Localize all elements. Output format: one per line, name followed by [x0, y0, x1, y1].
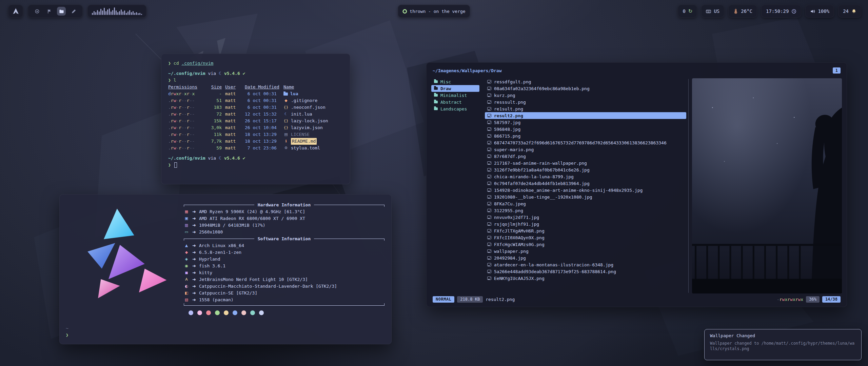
music-disc-icon	[402, 9, 407, 14]
fetch-info-line: ◧➜Catppuccin-SE [GTK2/3]	[184, 289, 384, 296]
crystal-logo	[66, 200, 175, 315]
palette-dot	[233, 310, 237, 315]
file-list-item[interactable]: 5a266e448add93deab367d87173e9f25-6837886…	[485, 268, 686, 275]
sidebar-folder-minimalist[interactable]: Minimalist	[431, 92, 479, 99]
tab-badge[interactable]: 1	[833, 67, 841, 74]
file-name-text: super-mario.png	[494, 147, 534, 152]
file-list-item[interactable]: nnvuv0xj2df71.jpg	[485, 214, 686, 221]
file-user: matt	[225, 118, 241, 124]
clock-module[interactable]: 17:50:29	[761, 5, 801, 18]
file-user: matt	[225, 138, 241, 145]
file-list-item[interactable]: kurz.png	[485, 92, 686, 99]
visualizer-bar	[111, 12, 112, 15]
file-list-item[interactable]: 866715.png	[485, 133, 686, 139]
workspace-files-icon[interactable]	[57, 7, 66, 16]
temperature-module[interactable]: 26°C	[728, 5, 757, 18]
file-size: -	[207, 90, 222, 97]
terminal-command-line: ❯cd.config/nvim	[168, 60, 343, 67]
sidebar-folder-landscapes[interactable]: Landscapes	[431, 105, 479, 112]
header-permissions: Permissions	[168, 84, 203, 90]
file-manager-body: MiscDrawMinimalistAbstractLandscapes res…	[431, 77, 842, 293]
file-list-item[interactable]: FXfcJlTXgAMvH6R.png	[485, 227, 686, 234]
file-list-item[interactable]: 0c794faf07de24a4db4d4fb1eb813964.jpg	[485, 180, 686, 187]
file-list-item[interactable]: 587597.jpg	[485, 119, 686, 126]
notification-popup[interactable]: Wallpaper Changed Wallpaper changed to /…	[704, 329, 862, 360]
file-list-item[interactable]: 596848.jpg	[485, 126, 686, 133]
palette-dot	[197, 310, 202, 315]
palette-dot	[241, 310, 246, 315]
prompt-via-label: via	[208, 70, 216, 77]
file-list-item[interactable]: FXfcHgcWIAMzs0G.png	[485, 241, 686, 248]
file-list-item[interactable]: super-mario.png	[485, 146, 686, 153]
volume-module[interactable]: 100%	[805, 5, 834, 18]
file-name-text: 8FKa7Cu.jpeg	[494, 201, 526, 206]
file-list-item[interactable]: chica-mirando-la-luna-8799.jpg	[485, 173, 686, 180]
file-list: ressdfgult.png08a634fa02a32364f69ebc86a9…	[479, 78, 688, 293]
workspace-flag-icon[interactable]	[45, 7, 54, 16]
breadcrumb-path[interactable]: ~/Imagenes/Wallpapers/Draw	[433, 68, 502, 73]
file-list-item[interactable]: 19201080-__blue-tinge__-1920x1080.jpg	[485, 194, 686, 200]
file-list-item[interactable]: wallpaper.png	[485, 248, 686, 255]
image-file-icon	[487, 161, 491, 165]
file-permissions: .rw-r--r--	[168, 131, 203, 138]
updates-module[interactable]: 0 ↻	[678, 5, 697, 18]
updates-count: 0	[683, 8, 685, 14]
visualizer-bar	[100, 9, 101, 15]
visualizer-bar	[104, 8, 105, 15]
arrow-icon: ➜	[192, 216, 196, 221]
notifications-module[interactable]: 24	[838, 5, 861, 18]
file-list-item[interactable]: 154928-odinokoe_anime-art-anime-okno-sin…	[485, 187, 686, 194]
visualizer-bar	[131, 12, 132, 15]
file-name-text: re1sult.png	[494, 106, 523, 111]
prompt-path: ~/.config/nvim	[168, 155, 205, 162]
file-list-item[interactable]: FXfcII0X0AQyn9X.png	[485, 234, 686, 241]
theme-icon: ◐	[184, 284, 189, 288]
file-name-text: lazyvim.json	[291, 124, 323, 131]
file-size: 59	[207, 145, 222, 151]
media-module[interactable]: thrown - on the verge	[398, 5, 470, 18]
file-date: 7 oct 23:06	[245, 145, 280, 151]
file-list-item[interactable]: 87r687df.png	[485, 153, 686, 160]
file-name-text: .neoconf.json	[291, 104, 326, 111]
launcher-button[interactable]	[8, 5, 23, 18]
image-file-icon	[487, 141, 491, 144]
file-date: 6 oct 00:31	[245, 104, 280, 111]
kernel-icon: ◆	[184, 250, 189, 255]
header-date: Date Modified	[245, 84, 280, 90]
file-list-item[interactable]: EeNKYgIUcAAJ5JX.png	[485, 275, 686, 282]
status-bar: thrown - on the verge 0 ↻ US	[0, 5, 868, 18]
sidebar-folder-abstract[interactable]: Abstract	[431, 99, 479, 105]
fetch-info-line: ▧➜1558 (pacman)	[184, 296, 384, 303]
file-list-item[interactable]: 20492984.jpg	[485, 255, 686, 261]
sidebar-folder-draw[interactable]: Draw	[431, 85, 479, 92]
image-file-icon	[487, 277, 491, 280]
file-list-item[interactable]: atardecer-en-la-montanas-ilustracion-634…	[485, 261, 686, 268]
workspace-browser-icon[interactable]	[33, 7, 41, 16]
workspace-edit-icon[interactable]	[69, 7, 78, 16]
prompt-path: ~/.config/nvim	[168, 70, 205, 77]
file-list-item[interactable]: 8FKa7Cu.jpeg	[485, 200, 686, 207]
file-list-item[interactable]: ressdfgult.png	[485, 78, 686, 85]
sidebar-folder-misc[interactable]: Misc	[431, 78, 479, 85]
book-file-icon: ▤	[283, 131, 289, 138]
file-list-item[interactable]: re1sult.png	[485, 105, 686, 112]
file-list-item[interactable]: 08a634fa02a32364f69ebc86a98eb1eb.png	[485, 85, 686, 92]
file-list-item[interactable]: 3122955.png	[485, 207, 686, 214]
arrow-icon: ➜	[192, 297, 196, 302]
fetch-info-line: ◉➜fish 3.6.1	[184, 262, 384, 269]
git-file-icon: ◆	[283, 97, 289, 104]
shell-icon: ◉	[184, 264, 189, 268]
file-list-item[interactable]: result2.png	[485, 112, 686, 119]
keyboard-layout-module[interactable]: US	[701, 5, 724, 18]
file-name-text: 5a266e448add93deab367d87173e9f25-6837886…	[494, 269, 616, 274]
fetch-prompt: ~ ❯	[66, 325, 68, 339]
file-list-item[interactable]: 68747470733a2f2f696d616765732d7769786d70…	[485, 139, 686, 146]
fetch-info-text: 1558 (pacman)	[199, 297, 234, 302]
file-name-text: 596848.jpg	[494, 127, 520, 132]
file-list-item[interactable]: resssult.png	[485, 99, 686, 105]
file-list-item[interactable]: 217167-sad-anime-rain-wallpaper.png	[485, 160, 686, 166]
file-list-item[interactable]: 3126f7e9bbf21a8a4af0b67b041c6e26.jpg	[485, 166, 686, 173]
file-list-item[interactable]: rsjqojlmjhf91.jpg	[485, 221, 686, 227]
wm-icon: ◈	[184, 257, 189, 261]
visualizer-bar	[129, 10, 130, 15]
